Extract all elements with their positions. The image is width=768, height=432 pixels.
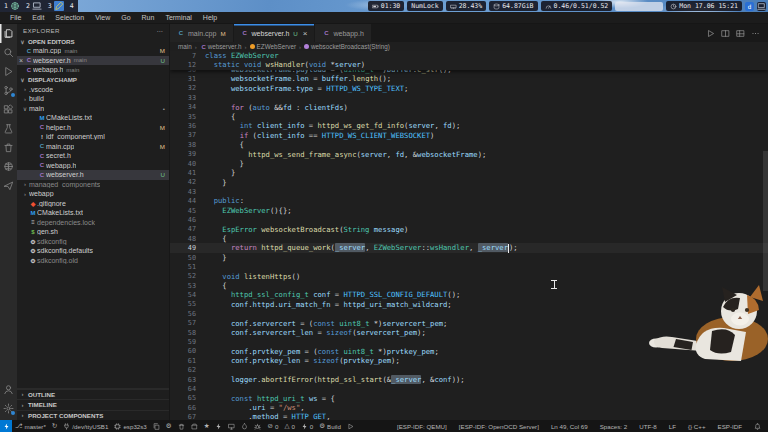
close-icon[interactable]: × [303, 29, 308, 38]
status-sync-button[interactable]: ↻ [49, 422, 60, 430]
status-flash-star[interactable]: ★ [201, 422, 213, 430]
open-editor-main.cpp[interactable]: Cmain.cppmainM [17, 46, 169, 56]
status-git-branch[interactable]: ⎇master* [12, 422, 49, 430]
activity-source-control-icon[interactable] [0, 81, 17, 100]
tree-item-helper.h[interactable]: Chelper.hM [17, 123, 169, 133]
tree-item-dependencies.lock[interactable]: ≡dependencies.lock [17, 218, 169, 228]
menu-edit[interactable]: Edit [27, 14, 49, 21]
panel-outline[interactable]: ›OUTLINE [17, 389, 169, 400]
editor-scrollbar[interactable] [763, 151, 768, 291]
sidebar-more-actions-icon[interactable]: ⋯ [156, 27, 163, 34]
status-flash[interactable] [212, 423, 225, 430]
tree-item-sdkconfig.old[interactable]: ⚙sdkconfig.old [17, 256, 169, 266]
menu-go[interactable]: Go [116, 14, 135, 21]
menu-view[interactable]: View [90, 14, 115, 21]
activity-component-registry-icon[interactable] [0, 157, 17, 176]
tree-item-main.cpp[interactable]: Cmain.cppM [17, 142, 169, 152]
tree-item-CMakeLists.txt[interactable]: MCMakeLists.txt [17, 208, 169, 218]
tree-item-secret.h[interactable]: Csecret.h [17, 151, 169, 161]
status-eol[interactable]: LF [666, 423, 679, 430]
status-warnings[interactable]: △0 [281, 422, 297, 430]
activity-explorer-icon[interactable] [0, 24, 17, 43]
status-language-mode[interactable]: {} C++ [685, 423, 709, 430]
status-cursor-position[interactable]: Ln 49, Col 69 [548, 423, 591, 430]
status-ports[interactable]: 0 [298, 423, 316, 430]
open-editors-header[interactable]: ∨ OPEN EDITORS [17, 36, 169, 46]
project-folder-header[interactable]: ∨ DISPLAYCHAMP [17, 75, 169, 85]
menu-help[interactable]: Help [198, 14, 222, 21]
panel-project-components[interactable]: ›PROJECT COMPONENTS [17, 410, 169, 421]
tree-item-idf_component.yml[interactable]: !idf_component.yml [17, 132, 169, 142]
status-build-flash-monitor[interactable] [238, 423, 251, 430]
menu-terminal[interactable]: Terminal [160, 14, 196, 21]
code-line-43: 43 [170, 187, 768, 196]
menu-run[interactable]: Run [137, 14, 160, 21]
status-build-label[interactable]: ⚙Build [316, 422, 344, 430]
tree-item-managed_components[interactable]: ›managed_components [17, 180, 169, 190]
status-full-clean[interactable] [175, 423, 188, 430]
menu-file[interactable]: File [5, 14, 26, 21]
tree-item-webserver.h[interactable]: Cwebserver.hU [17, 170, 169, 180]
activity-testing-icon[interactable] [0, 119, 17, 138]
status-notifications[interactable] [751, 423, 764, 430]
display-icon[interactable] [757, 2, 766, 11]
tab-webapp.h[interactable]: Cwebapp.h [315, 24, 371, 42]
tree-item-main[interactable]: ∨main• [17, 104, 169, 114]
tree-item-gen.sh[interactable]: $gen.sh [17, 227, 169, 237]
workspace-4[interactable]: 4 [66, 0, 78, 12]
file-type-icon-h: C [322, 30, 330, 36]
tab-webserver.h[interactable]: Cwebserver.hU× [234, 24, 316, 42]
workspace-2[interactable]: 2 [22, 0, 44, 12]
workspace-1[interactable]: 1 [0, 0, 22, 12]
tree-item-sdkconfig[interactable]: ⚙sdkconfig [17, 237, 169, 247]
activity-run-and-debug-icon[interactable] [0, 62, 17, 81]
tree-item-.gitignore[interactable]: ◆.gitignore [17, 199, 169, 209]
menu-selection[interactable]: Selection [50, 14, 89, 21]
tree-item-sdkconfig.defaults[interactable]: ⚙sdkconfig.defaults [17, 246, 169, 256]
run-button[interactable] [706, 29, 715, 38]
open-editor-webserver.h[interactable]: ×Cwebserver.hmainU [17, 56, 169, 66]
tree-item-webapp[interactable]: ›webapp [17, 189, 169, 199]
status-serial-port[interactable]: /dev/ttyUSB1 [60, 423, 111, 430]
breadcrumb-webserver-h[interactable]: Cwebserver.h [200, 43, 242, 50]
status-flash-method[interactable] [150, 423, 163, 430]
tab-main.cpp[interactable]: Cmain.cppM [170, 24, 234, 42]
activity-devkit-tools-icon[interactable] [0, 176, 17, 195]
tree-item-webapp.h[interactable]: Cwebapp.h [17, 161, 169, 171]
breadcrumb-main[interactable]: main [178, 43, 192, 50]
activity-esp-idf-explorer-icon[interactable] [0, 138, 17, 157]
status-monitor[interactable] [225, 423, 238, 430]
workspace-3[interactable]: 3 [44, 0, 66, 12]
status-build-task[interactable] [188, 423, 201, 430]
pet-cat-overlay[interactable] [646, 285, 768, 365]
status-remote-indicator[interactable] [0, 420, 12, 432]
mouse-ibeam-cursor [551, 280, 557, 290]
activity-extensions-icon[interactable] [0, 100, 17, 119]
activity-search-icon[interactable] [0, 43, 17, 62]
status-esp-idf-openocd[interactable]: [ESP-IDF: OpenOCD Server] [456, 423, 542, 430]
open-editor-webapp.h[interactable]: Cwebapp.hmain [17, 65, 169, 75]
status-esp-idf-qemu[interactable]: [ESP-IDF: QEMU] [394, 423, 450, 430]
tree-item-.vscode[interactable]: ›.vscode [17, 85, 169, 95]
status-indentation[interactable]: Spaces: 2 [597, 423, 631, 430]
panel-timeline[interactable]: ›TIMELINE [17, 399, 169, 410]
status-encoding[interactable]: UTF-8 [636, 423, 660, 430]
status-problems[interactable]: ⊘0 [264, 422, 281, 430]
close-icon[interactable]: × [17, 57, 25, 64]
tree-item-build[interactable]: ›build [17, 94, 169, 104]
status-esp-idf-ext[interactable]: ESP-IDF [715, 423, 745, 430]
breadcrumb-websocketbroadcast-string-[interactable]: websocketBroadcast(String) [304, 43, 390, 50]
activity-settings-icon[interactable] [0, 399, 17, 418]
status-menuconfig[interactable]: ⚙ [163, 422, 175, 430]
app-icon-blue[interactable]: d [745, 2, 754, 11]
status-debug[interactable] [251, 423, 264, 430]
tree-item-CMakeLists.txt[interactable]: MCMakeLists.txt [17, 113, 169, 123]
breadcrumb-ezwebserver[interactable]: EZWebServer [250, 43, 296, 50]
breadcrumb[interactable]: main›Cwebserver.h›EZWebServer›websocketB… [170, 42, 768, 51]
customize-layout-button[interactable] [736, 29, 745, 38]
status-device-target[interactable]: esp32s3 [111, 423, 149, 430]
activity-accounts-icon[interactable] [0, 380, 17, 399]
more-actions-button[interactable] [751, 29, 760, 38]
status-task-play[interactable] [344, 423, 357, 430]
split-editor-button[interactable] [721, 29, 730, 38]
